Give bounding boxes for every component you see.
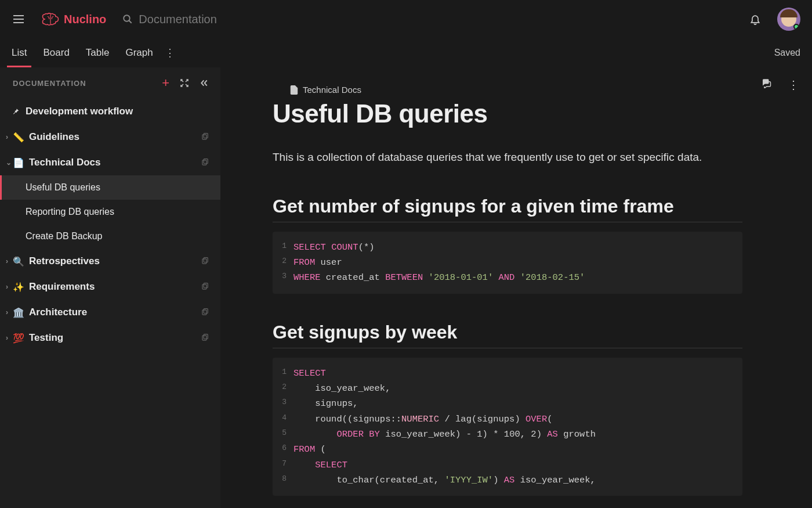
tabs-more-button[interactable]: ⋮ <box>165 46 175 59</box>
sidebar-item-requirements[interactable]: ›✨Requirements <box>0 274 220 300</box>
tree-item-label: Technical Docs <box>29 157 201 168</box>
search-input[interactable] <box>139 13 285 26</box>
svg-rect-3 <box>204 134 208 138</box>
chevron-right-icon[interactable]: › <box>6 133 12 141</box>
item-emoji: 📄 <box>13 157 24 168</box>
chevron-down-icon[interactable]: ⌄ <box>6 158 12 167</box>
tab-graph[interactable]: Graph <box>125 38 153 67</box>
chevron-right-icon[interactable]: › <box>6 257 12 265</box>
line-number: 4 <box>273 412 293 427</box>
menu-toggle[interactable] <box>12 12 26 26</box>
sidebar-item-technical-docs[interactable]: ⌄📄Technical Docs <box>0 150 220 175</box>
code-text: SELECT <box>293 366 326 381</box>
svg-rect-9 <box>204 283 208 288</box>
collapse-sidebar-icon[interactable] <box>200 78 209 88</box>
sidebar-item-reporting-db-queries[interactable]: Reporting DB queries <box>0 200 220 224</box>
line-number: 2 <box>273 255 293 270</box>
pinned-item[interactable]: Development workflow <box>0 99 220 124</box>
save-status: Saved <box>774 48 800 58</box>
svg-line-1 <box>129 20 132 23</box>
sidebar-item-retrospectives[interactable]: ›🔍Retrospectives <box>0 248 220 274</box>
tree-item-label: Requirements <box>29 281 201 293</box>
expand-icon[interactable] <box>180 78 189 88</box>
section-heading[interactable]: Get signups by week <box>273 322 742 348</box>
presence-status-dot <box>793 24 799 30</box>
code-text: signups, <box>293 396 358 411</box>
code-block[interactable]: 1SELECT2 iso_year_week,3 signups,4 round… <box>273 358 742 496</box>
breadcrumb[interactable]: Technical Docs <box>290 85 742 95</box>
avatar[interactable] <box>777 8 800 31</box>
breadcrumb-label: Technical Docs <box>303 85 361 95</box>
line-number: 3 <box>273 270 293 285</box>
line-number: 1 <box>273 366 293 381</box>
chevron-right-icon[interactable]: › <box>6 334 12 342</box>
code-text: SELECT COUNT(*) <box>293 240 375 255</box>
logo-text: Nuclino <box>64 13 106 26</box>
add-page-button[interactable]: + <box>162 77 169 89</box>
svg-rect-6 <box>202 259 206 264</box>
tab-list[interactable]: List <box>12 38 27 67</box>
code-text: iso_year_week, <box>293 381 390 396</box>
tree-item-label: Architecture <box>29 307 201 318</box>
sidebar-item-create-db-backup[interactable]: Create DB Backup <box>0 224 220 248</box>
duplicate-icon[interactable] <box>201 283 209 291</box>
svg-rect-11 <box>204 309 208 314</box>
tree-item-label: Testing <box>29 332 201 344</box>
section-heading[interactable]: Get number of signups for a given time f… <box>273 196 742 222</box>
sidebar-title: DOCUMENTATION <box>13 79 162 88</box>
code-text: round((signups::NUMERIC / lag(signups) O… <box>293 412 553 427</box>
code-text: WHERE created_at BETWEEN '2018-01-01' AN… <box>293 270 585 285</box>
svg-rect-7 <box>204 258 208 262</box>
sidebar-item-architecture[interactable]: ›🏛️Architecture <box>0 300 220 325</box>
comments-icon[interactable] <box>761 78 771 88</box>
line-number: 8 <box>273 473 293 488</box>
line-number: 3 <box>273 396 293 411</box>
line-number: 1 <box>273 240 293 255</box>
item-emoji: ✨ <box>13 282 24 293</box>
code-text: to_char(created_at, 'IYYY_IW') AS iso_ye… <box>293 473 596 488</box>
svg-rect-5 <box>204 159 208 164</box>
tree-item-label: Create DB Backup <box>26 231 209 242</box>
svg-point-0 <box>124 15 130 21</box>
search-bar[interactable] <box>122 13 749 26</box>
sidebar-item-guidelines[interactable]: ›📏Guidelines <box>0 124 220 150</box>
line-number: 7 <box>273 457 293 473</box>
svg-rect-12 <box>202 336 206 340</box>
sidebar-item-useful-db-queries[interactable]: Useful DB queries <box>0 175 220 200</box>
code-block[interactable]: 1SELECT COUNT(*)2FROM user3WHERE created… <box>273 232 742 294</box>
duplicate-icon[interactable] <box>201 257 209 265</box>
code-text: FROM ( <box>293 442 326 457</box>
notifications-icon[interactable] <box>749 13 761 25</box>
svg-rect-4 <box>202 160 206 165</box>
line-number: 6 <box>273 442 293 457</box>
tab-board[interactable]: Board <box>43 38 69 67</box>
brain-icon <box>42 13 59 26</box>
tree-item-label: Reporting DB queries <box>26 207 209 217</box>
code-text: SELECT <box>293 457 347 473</box>
line-number: 5 <box>273 427 293 442</box>
sidebar-item-testing[interactable]: ›💯Testing <box>0 325 220 351</box>
item-emoji: 🏛️ <box>13 307 24 318</box>
chevron-right-icon[interactable]: › <box>6 283 12 291</box>
svg-rect-2 <box>202 135 206 139</box>
item-emoji: 🔍 <box>13 256 24 267</box>
item-emoji: 💯 <box>13 333 24 344</box>
duplicate-icon[interactable] <box>201 158 209 167</box>
document-icon <box>290 85 298 95</box>
tree-item-label: Development workflow <box>26 106 209 117</box>
intro-paragraph[interactable]: This is a collection of database queries… <box>273 149 742 165</box>
chevron-right-icon[interactable]: › <box>6 308 12 316</box>
tab-table[interactable]: Table <box>86 38 110 67</box>
tree-item-label: Retrospectives <box>29 255 201 267</box>
tree-item-label: Guidelines <box>29 131 201 143</box>
duplicate-icon[interactable] <box>201 133 209 141</box>
logo[interactable]: Nuclino <box>42 13 106 26</box>
duplicate-icon[interactable] <box>201 308 209 316</box>
duplicate-icon[interactable] <box>201 334 209 342</box>
search-icon <box>122 14 133 24</box>
page-title[interactable]: Useful DB queries <box>273 99 742 128</box>
item-emoji: 📏 <box>13 132 24 143</box>
tree-item-label: Useful DB queries <box>26 182 209 193</box>
svg-rect-10 <box>202 310 206 315</box>
document-more-button[interactable]: ⋮ <box>788 78 798 88</box>
